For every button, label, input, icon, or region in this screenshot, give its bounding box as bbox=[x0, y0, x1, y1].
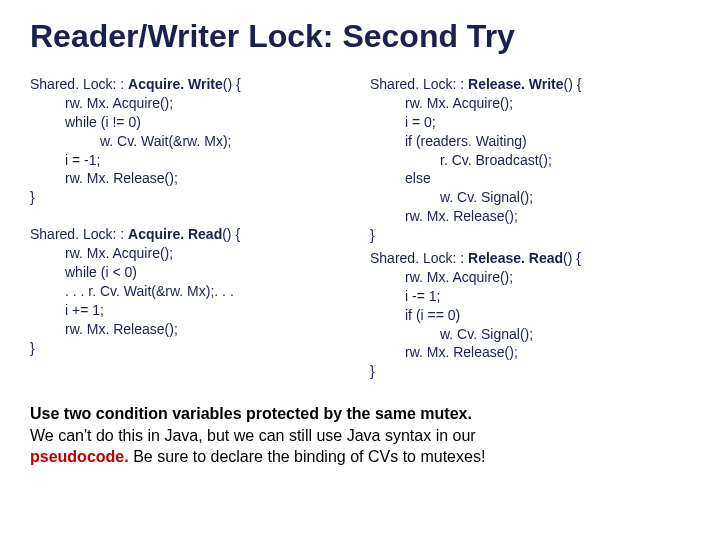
rw-l1: rw. Mx. Acquire(); bbox=[370, 94, 690, 113]
rw-l2: i = 0; bbox=[370, 113, 690, 132]
rw-l6: w. Cv. Signal(); bbox=[370, 188, 690, 207]
rw-sig: Shared. Lock: : bbox=[370, 76, 468, 92]
bottom-line3a: pseudocode. bbox=[30, 448, 129, 465]
ar-l2: while (i < 0) bbox=[30, 263, 350, 282]
bottom-line1: Use two condition variables protected by… bbox=[30, 405, 472, 422]
right-column: Shared. Lock: : Release. Write() { rw. M… bbox=[370, 75, 690, 399]
release-write-block: Shared. Lock: : Release. Write() { rw. M… bbox=[370, 75, 690, 245]
ar-l1: rw. Mx. Acquire(); bbox=[30, 244, 350, 263]
rw-close: } bbox=[370, 227, 375, 243]
ar-close: } bbox=[30, 340, 35, 356]
rw-l3: if (readers. Waiting) bbox=[370, 132, 690, 151]
rr-l3: if (i == 0) bbox=[370, 306, 690, 325]
aw-l5: rw. Mx. Release(); bbox=[30, 169, 350, 188]
aw-l4: i = -1; bbox=[30, 151, 350, 170]
acquire-write-block: Shared. Lock: : Acquire. Write() { rw. M… bbox=[30, 75, 350, 207]
rr-close: } bbox=[370, 363, 375, 379]
rr-l5: rw. Mx. Release(); bbox=[370, 343, 690, 362]
ar-l4: i += 1; bbox=[30, 301, 350, 320]
release-read-block: Shared. Lock: : Release. Read() { rw. Mx… bbox=[370, 249, 690, 381]
aw-after: () { bbox=[223, 76, 241, 92]
rw-l4: r. Cv. Broadcast(); bbox=[370, 151, 690, 170]
left-column: Shared. Lock: : Acquire. Write() { rw. M… bbox=[30, 75, 350, 399]
bottom-line2: We can't do this in Java, but we can sti… bbox=[30, 427, 476, 444]
aw-l3: w. Cv. Wait(&rw. Mx); bbox=[30, 132, 350, 151]
aw-close: } bbox=[30, 189, 35, 205]
bottom-paragraph: Use two condition variables protected by… bbox=[30, 403, 690, 468]
code-columns: Shared. Lock: : Acquire. Write() { rw. M… bbox=[30, 75, 690, 399]
rr-l2: i -= 1; bbox=[370, 287, 690, 306]
rr-after: () { bbox=[563, 250, 581, 266]
rw-l7: rw. Mx. Release(); bbox=[370, 207, 690, 226]
rr-sig: Shared. Lock: : bbox=[370, 250, 468, 266]
ar-l3: . . . r. Cv. Wait(&rw. Mx);. . . bbox=[30, 282, 350, 301]
bottom-line3b: Be sure to declare the binding of CVs to… bbox=[129, 448, 486, 465]
rr-l1: rw. Mx. Acquire(); bbox=[370, 268, 690, 287]
ar-sig: Shared. Lock: : bbox=[30, 226, 128, 242]
acquire-read-block: Shared. Lock: : Acquire. Read() { rw. Mx… bbox=[30, 225, 350, 357]
rw-fn: Release. Write bbox=[468, 76, 563, 92]
aw-l1: rw. Mx. Acquire(); bbox=[30, 94, 350, 113]
ar-after: () { bbox=[222, 226, 240, 242]
aw-l2: while (i != 0) bbox=[30, 113, 350, 132]
ar-fn: Acquire. Read bbox=[128, 226, 222, 242]
rr-l4: w. Cv. Signal(); bbox=[370, 325, 690, 344]
rw-after: () { bbox=[564, 76, 582, 92]
rw-l5: else bbox=[370, 169, 690, 188]
ar-l5: rw. Mx. Release(); bbox=[30, 320, 350, 339]
slide-title: Reader/Writer Lock: Second Try bbox=[30, 18, 690, 55]
rr-fn: Release. Read bbox=[468, 250, 563, 266]
aw-fn: Acquire. Write bbox=[128, 76, 223, 92]
aw-sig: Shared. Lock: : bbox=[30, 76, 128, 92]
